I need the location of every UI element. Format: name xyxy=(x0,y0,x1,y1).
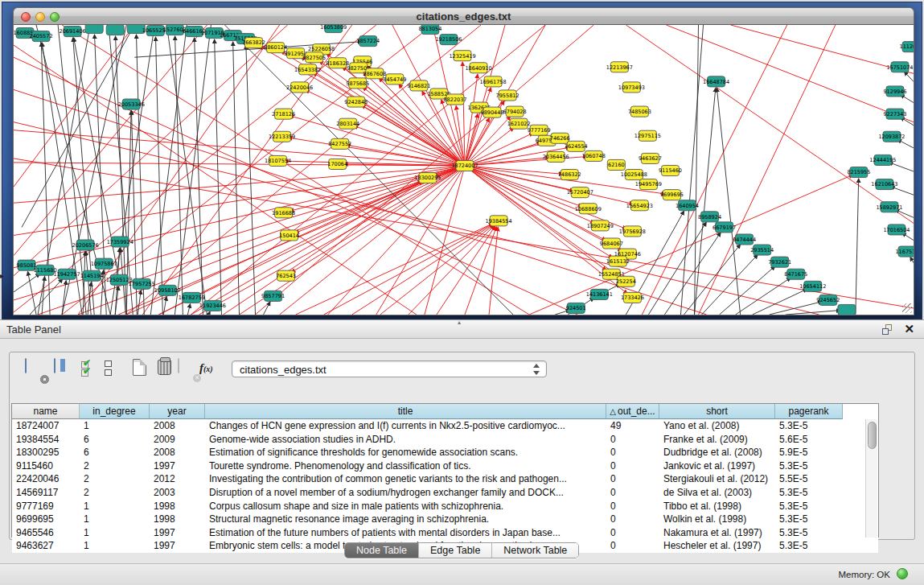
graph-node[interactable]: 17016504 xyxy=(883,225,910,235)
table-row[interactable]: 946554611997Estimation of the future num… xyxy=(12,526,878,540)
table-settings-icon[interactable] xyxy=(25,359,46,380)
graph-node[interactable]: 19384554 xyxy=(486,216,512,226)
graph-node[interactable]: 8471675 xyxy=(784,269,807,279)
citation-edge-black[interactable] xyxy=(166,25,207,315)
citation-edge-black[interactable] xyxy=(233,42,240,315)
network-canvas[interactable]: 1608853240557220691406106552571527602646… xyxy=(13,25,914,315)
citation-edge-red[interactable] xyxy=(666,25,914,122)
graph-node[interactable]: 8427552 xyxy=(328,138,351,149)
graph-node[interactable]: 1167533 xyxy=(895,246,914,257)
citation-edge-black[interactable] xyxy=(175,25,211,315)
column-header-out_de[interactable]: △out_de... xyxy=(606,404,659,419)
show-columns-icon[interactable] xyxy=(54,359,75,380)
citation-edge-red[interactable] xyxy=(158,166,465,315)
splitter-collapse-icon[interactable]: ▴ xyxy=(458,319,461,326)
citation-edge-black[interactable] xyxy=(753,289,807,315)
graph-node[interactable]: 3624554 xyxy=(565,141,588,151)
table-row[interactable]: 1830029562008Estimation of significance … xyxy=(12,446,878,459)
citation-edge-black[interactable] xyxy=(42,277,44,315)
citation-edge-black[interactable] xyxy=(187,304,190,315)
graph-node[interactable]: 9777169 xyxy=(528,125,551,135)
citation-edge-red[interactable] xyxy=(352,225,494,315)
graph-node[interactable]: 16961758 xyxy=(480,76,507,87)
graph-node[interactable]: 12213967 xyxy=(606,62,633,72)
graph-node[interactable]: 7955812 xyxy=(496,90,519,101)
graph-node[interactable]: 8822037 xyxy=(443,94,466,105)
citation-edge-black[interactable] xyxy=(695,25,699,315)
graph-node[interactable]: 20364456 xyxy=(543,151,569,162)
citation-edge-red[interactable] xyxy=(280,166,465,315)
column-header-title[interactable]: title xyxy=(205,404,606,419)
graph-node[interactable]: 924501 xyxy=(566,303,586,313)
graph-node[interactable]: 11923446 xyxy=(199,300,226,311)
table-row[interactable]: 1456911722003Disruption of a novel membe… xyxy=(12,486,878,500)
float-panel-icon[interactable] xyxy=(882,324,893,336)
graph-node[interactable]: 8215955 xyxy=(847,167,870,177)
tab-network-table[interactable]: Network Table xyxy=(492,543,578,558)
scrollbar-thumb[interactable] xyxy=(868,422,877,449)
window-resize-grip-icon[interactable] xyxy=(902,303,912,313)
citation-edge-black[interactable] xyxy=(208,311,210,315)
citation-edge-red[interactable] xyxy=(465,74,478,166)
graph-node[interactable]: 1733426 xyxy=(621,292,644,303)
function-builder-icon[interactable]: f(x) xyxy=(199,361,227,375)
tab-node-table[interactable]: Node Table xyxy=(345,543,419,558)
citation-edge-red[interactable] xyxy=(313,72,465,165)
table-scrollbar[interactable] xyxy=(865,419,877,538)
tab-edge-table[interactable]: Edge Table xyxy=(419,543,492,558)
graph-node[interactable]: 19756928 xyxy=(619,226,646,237)
graph-node[interactable]: 10975867 xyxy=(91,258,117,269)
graph-node[interactable]: 5875685 xyxy=(346,78,369,89)
graph-node[interactable]: 9857791 xyxy=(261,290,285,301)
graph-node[interactable]: 15654923 xyxy=(626,200,653,211)
new-table-icon[interactable] xyxy=(131,359,152,380)
graph-node[interactable]: 762543 xyxy=(276,270,296,281)
graph-node[interactable]: 16053809 xyxy=(320,25,347,33)
splitter-handle-icon[interactable]: ▸ xyxy=(0,271,4,280)
graph-node[interactable]: 10025488 xyxy=(621,169,647,179)
citation-edge-red[interactable] xyxy=(379,78,465,166)
graph-node[interactable]: 7485063 xyxy=(628,106,651,117)
graph-node[interactable]: 7663822 xyxy=(242,38,265,48)
table-row[interactable]: 2242004622012Investigating the contribut… xyxy=(12,472,878,486)
graph-node[interactable]: 9474444 xyxy=(733,234,756,245)
graph-node[interactable]: 2935514 xyxy=(750,245,774,255)
table-row[interactable]: 911546021997Tourette syndrome. Phenomeno… xyxy=(12,459,878,473)
graph-node[interactable]: 3857224 xyxy=(356,36,380,47)
citation-edge-black[interactable] xyxy=(664,233,721,315)
citation-edge-black[interactable] xyxy=(175,36,183,315)
graph-node[interactable]: 8813054 xyxy=(418,25,441,35)
graph-node[interactable]: 16648784 xyxy=(703,76,729,87)
citation-edge-black[interactable] xyxy=(28,272,36,315)
table-row[interactable]: 969969511998Structural magnetic resonanc… xyxy=(12,513,878,526)
graph-node[interactable]: 8186328 xyxy=(326,58,349,68)
graph-node[interactable]: 10958107 xyxy=(154,285,181,295)
citation-graph[interactable]: 1608853240557220691406106552571527602646… xyxy=(14,25,914,315)
graph-node[interactable]: 6679197 xyxy=(713,222,736,233)
graph-node[interactable]: 62160 xyxy=(607,159,625,170)
graph-node[interactable]: 20053346 xyxy=(118,99,145,109)
column-header-pagerank[interactable]: pagerank xyxy=(775,404,843,419)
citation-edge-black[interactable] xyxy=(910,257,914,263)
citation-edge-red[interactable] xyxy=(465,128,514,166)
column-header-short[interactable]: short xyxy=(659,404,775,419)
graph-node[interactable]: 9146821 xyxy=(407,80,430,91)
graph-node[interactable]: 1916688 xyxy=(272,208,295,218)
citation-edge-red[interactable] xyxy=(14,166,465,203)
graph-node[interactable]: 9684067 xyxy=(600,238,623,249)
graph-node[interactable]: 15751074 xyxy=(886,62,913,72)
graph-node[interactable]: 1615132 xyxy=(606,256,630,266)
graph-node[interactable]: 18907249 xyxy=(587,220,614,231)
graph-node[interactable]: 12213359 xyxy=(269,131,295,142)
graph-node[interactable]: 9227343 xyxy=(883,109,906,119)
citation-edge-black[interactable] xyxy=(138,290,141,315)
graph-node[interactable]: 7932621 xyxy=(768,257,791,267)
graph-node[interactable]: 1640954 xyxy=(676,200,699,211)
graph-node[interactable]: 2718126 xyxy=(272,109,295,119)
graph-node[interactable]: 19218506 xyxy=(435,35,462,45)
graph-node[interactable] xyxy=(85,25,103,34)
citation-edge-black[interactable] xyxy=(246,45,256,315)
graph-node[interactable]: 12093872 xyxy=(878,131,905,142)
citation-edge-black[interactable] xyxy=(720,266,775,315)
graph-node[interactable]: 9245652 xyxy=(816,295,840,305)
